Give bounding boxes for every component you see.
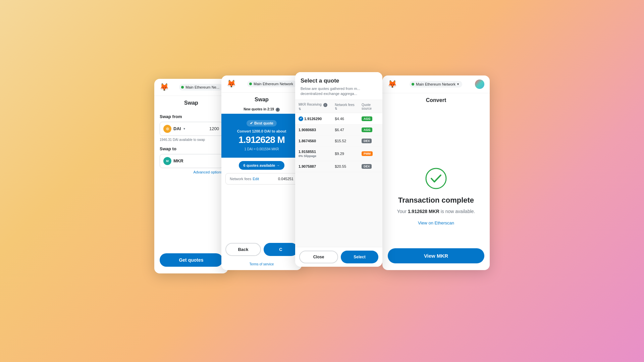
source-badge: DEX [362, 139, 372, 143]
quote-fees-cell: $4.46 [331, 113, 358, 124]
source-badge: AGG [362, 116, 373, 121]
panel2-actions: Back C [221, 239, 302, 260]
quote-amount-cell: 1.8674560 [295, 135, 331, 146]
terms-link[interactable]: Terms of service [221, 262, 302, 266]
panel2-header: 🦊 Main Ethereum Network [221, 75, 302, 93]
quote-row[interactable]: 1.9075887 $20.55 DEX [295, 161, 382, 172]
network-status-dot [181, 86, 184, 89]
panel3-title: Select a quote [301, 77, 377, 84]
close-button[interactable]: Close [299, 251, 338, 263]
panel4-content: Transaction complete Your 1.912628 MKR i… [382, 106, 490, 270]
quote-fees-cell: $9.29 [331, 146, 358, 161]
quote-row[interactable]: ✔ 1.9126290 $4.46 AGG [295, 113, 382, 124]
best-quote-label: Best quote [254, 121, 273, 125]
source-badge: AGG [362, 127, 373, 132]
panel3-header: Select a quote Below are quotes gathered… [295, 72, 382, 100]
quotes-available-label: 6 quotes available [244, 163, 275, 167]
get-quotes-button[interactable]: Get quotes [160, 253, 223, 267]
metamask-logo-2: 🦊 [227, 80, 236, 88]
quote-amount-cell: ✔ 1.9126290 [295, 113, 331, 124]
to-token-name: MKR [173, 158, 183, 163]
best-check: ✔ 1.9126290 [299, 116, 322, 121]
swap-from-label: Swap from [160, 114, 223, 119]
quotes-available-button[interactable]: 6 quotes available → [239, 161, 285, 170]
panel2-title: Swap [221, 93, 302, 105]
panel-swap-from: 🦊 Main Ethereum Ne... Swap Swap from ◎ D… [154, 79, 228, 273]
network-name-1: Main Ethereum Ne... [185, 85, 219, 89]
new-quotes-label: New quotes in [244, 107, 266, 111]
panel4-title: Convert [382, 93, 490, 106]
panel-transaction-complete: 🦊 Main Ethereum Network ▾ Convert Transa… [382, 75, 490, 270]
quote-amount-cell: 1.9075887 [295, 161, 331, 172]
success-check-icon [425, 168, 447, 189]
metamask-logo: 🦊 [160, 83, 169, 92]
receiving-info-icon[interactable]: i [323, 103, 327, 107]
network-name-2: Main Ethereum Network [254, 82, 293, 86]
panel-best-quote: 🦊 Main Ethereum Network Swap New quotes … [221, 75, 302, 270]
network-status-dot-4 [412, 83, 414, 86]
source-badge: DEX [362, 164, 372, 169]
convert-amount: 1200.0 DAI [252, 129, 271, 133]
view-mkr-button[interactable]: View MKR [388, 248, 484, 263]
col-fees-header: Network fees ⇅ [331, 100, 358, 113]
quote-source-cell: AGG [358, 113, 382, 124]
panel1-header: 🦊 Main Ethereum Ne... [154, 79, 228, 96]
network-badge-1[interactable]: Main Ethereum Ne... [179, 84, 223, 91]
confirm-button[interactable]: C [264, 243, 298, 256]
arrow-right-icon: → [276, 163, 280, 167]
sort-icon[interactable]: ⇅ [299, 107, 301, 111]
panel4-header: 🦊 Main Ethereum Network ▾ [382, 75, 490, 93]
col-source-header: Quote source [358, 100, 382, 113]
select-button[interactable]: Select [341, 251, 378, 263]
subtitle-prefix: Your [397, 209, 407, 214]
fees-sort-icon[interactable]: ⇅ [335, 107, 337, 110]
transaction-complete-subtitle: Your 1.912628 MKR is now available. [397, 208, 475, 215]
transaction-complete-title: Transaction complete [398, 196, 474, 205]
quote-amount-cell: 1.91585510% Slippage [295, 146, 331, 161]
swap-to-label: Swap to [160, 146, 223, 151]
quote-source-cell: DEX [358, 161, 382, 172]
from-token-row[interactable]: ◎ DAI ▾ 1200 [160, 122, 223, 136]
quote-row[interactable]: 1.91585510% Slippage $9.29 PMM [295, 146, 382, 161]
col-receiving-header: MKR Receiving i ⇅ [295, 100, 331, 113]
best-quote-badge: ✔ Best quote [247, 120, 277, 126]
info-icon[interactable]: i [276, 108, 280, 112]
source-badge: PMM [362, 151, 373, 156]
quote-source-cell: AGG [358, 124, 382, 135]
svg-point-0 [426, 168, 446, 189]
network-fees-value: 0.045251 [278, 177, 293, 181]
dai-icon: ◎ [163, 125, 171, 133]
convert-text: Convert 1200.0 DAI to about [227, 129, 297, 133]
view-etherscan-link[interactable]: View on Etherscan [418, 220, 454, 225]
timer-value: 2:19 [267, 107, 274, 111]
chevron-down-icon: ▾ [457, 82, 459, 86]
from-token-name: DAI [173, 126, 181, 131]
network-badge-2[interactable]: Main Ethereum Network [247, 81, 297, 87]
back-button[interactable]: Back [225, 243, 261, 256]
panel1-title: Swap [154, 96, 228, 109]
rate-text: 1 DAI = 0.001594 MKR [227, 147, 297, 151]
network-fees-label: Network fees [230, 177, 251, 181]
panel-select-quote: Select a quote Below are quotes gathered… [295, 72, 382, 267]
best-quote-main-amount: 1.912628 M [227, 135, 297, 145]
quote-fees-cell: $6.47 [331, 124, 358, 135]
subtitle-amount: 1.912628 MKR [408, 209, 439, 214]
metamask-logo-4: 🦊 [388, 80, 397, 89]
quote-row[interactable]: 1.8674560 $15.52 DEX [295, 135, 382, 146]
panel1-content: Swap from ◎ DAI ▾ 1200 1946.31 DAI avail… [154, 109, 228, 179]
quote-row[interactable]: 1.9080683 $6.47 AGG [295, 124, 382, 135]
quote-fees-cell: $15.52 [331, 135, 358, 146]
panel3-subtitle: Below are quotes gathered from m... dece… [301, 86, 377, 97]
advanced-options-link[interactable]: Advanced options [160, 170, 223, 174]
network-badge-4[interactable]: Main Ethereum Network ▾ [410, 81, 462, 88]
network-name-4: Main Ethereum Network [416, 82, 455, 86]
network-fees-edit-link[interactable]: Edit [253, 177, 259, 181]
quote-fees-cell: $20.55 [331, 161, 358, 172]
quotes-table: MKR Receiving i ⇅ Network fees ⇅ Quote s… [295, 100, 382, 172]
user-avatar[interactable] [475, 80, 484, 89]
mkr-icon: M [163, 157, 171, 165]
check-icon: ✔ [250, 121, 253, 125]
from-amount: 1200 [209, 126, 219, 131]
check-circle-icon: ✔ [299, 116, 303, 121]
to-token-row[interactable]: M MKR [160, 154, 223, 168]
